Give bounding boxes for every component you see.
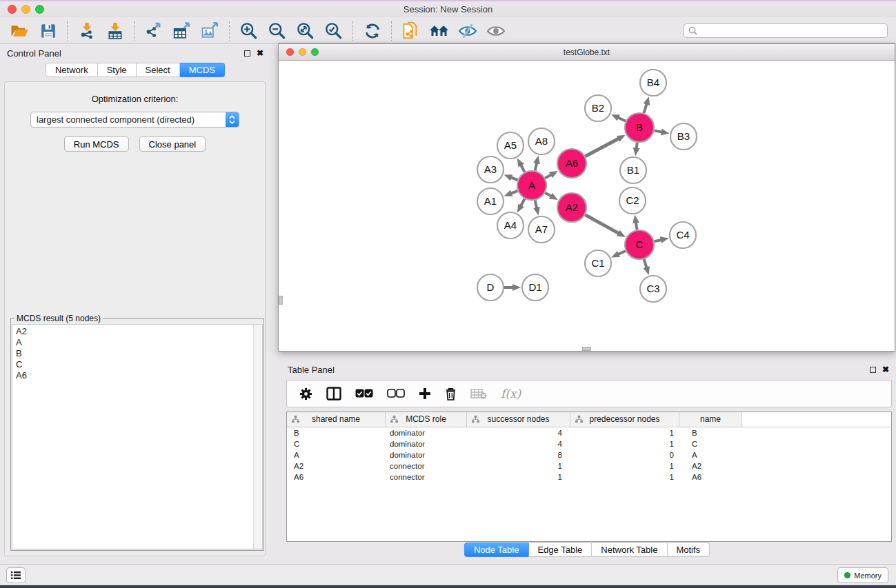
edge-C-C3[interactable] [644, 259, 647, 267]
search-input[interactable] [697, 26, 883, 37]
mcds-result-item[interactable]: B [16, 348, 253, 359]
table-tab-motifs[interactable]: Motifs [667, 543, 710, 557]
edge-C-C1[interactable] [618, 251, 626, 254]
function-builder-button[interactable]: f(x) [501, 387, 521, 401]
node-A4[interactable]: A4 [497, 212, 524, 239]
close-table-panel-icon[interactable]: ✖ [882, 367, 889, 373]
edge-A-A8[interactable] [535, 163, 537, 170]
column-header-MCDS-role[interactable]: MCDS role [386, 412, 467, 427]
delete-table-button[interactable] [470, 388, 487, 399]
run-mcds-button[interactable]: Run MCDS [64, 136, 129, 152]
zoom-selected-button[interactable] [319, 21, 348, 41]
hide-selected-button[interactable] [453, 21, 481, 41]
edge-A2-C[interactable] [585, 215, 619, 234]
refresh-view-button[interactable] [358, 21, 386, 41]
edge-C-C4[interactable] [654, 240, 661, 241]
task-history-button[interactable] [6, 567, 26, 583]
node-A6[interactable]: A6 [557, 149, 586, 178]
network-close-button[interactable] [286, 48, 294, 56]
node-B[interactable]: B [625, 113, 654, 142]
export-image-button[interactable] [196, 21, 224, 41]
select-all-button[interactable] [355, 389, 373, 398]
node-D1[interactable]: D1 [522, 274, 548, 301]
node-C4[interactable]: C4 [670, 222, 696, 248]
node-B1[interactable]: B1 [620, 157, 646, 183]
node-C[interactable]: C [625, 230, 654, 259]
import-table-button[interactable] [101, 21, 129, 41]
delete-columns-button[interactable] [445, 387, 457, 401]
export-table-button[interactable] [168, 21, 196, 41]
mcds-result-item[interactable]: A6 [16, 370, 253, 381]
new-network-from-selection-button[interactable] [397, 21, 425, 41]
zoom-in-button[interactable] [235, 21, 263, 41]
export-network-button[interactable] [139, 21, 168, 41]
tab-select[interactable]: Select [137, 63, 180, 77]
float-panel-icon[interactable] [244, 50, 250, 57]
save-session-button[interactable] [34, 21, 62, 41]
table-row[interactable]: A6connector11A6 [287, 472, 891, 483]
edge-A-A4[interactable] [521, 199, 525, 205]
close-panel-button[interactable]: Close panel [139, 136, 206, 152]
zoom-fit-button[interactable] [291, 21, 319, 41]
node-D[interactable]: D [477, 274, 504, 301]
edge-A-A7[interactable] [535, 200, 537, 207]
node-B3[interactable]: B3 [670, 123, 697, 150]
node-C3[interactable]: C3 [640, 276, 666, 302]
table-row[interactable]: Adominator80A [287, 449, 891, 460]
edge-B-B3[interactable] [655, 130, 662, 132]
tab-network[interactable]: Network [46, 63, 98, 77]
node-A7[interactable]: A7 [528, 216, 555, 243]
open-session-button[interactable] [6, 21, 34, 41]
network-zoom-button[interactable] [311, 48, 319, 56]
show-all-button[interactable] [481, 21, 510, 41]
table-tab-node-table[interactable]: Node Table [464, 543, 529, 557]
table-tab-edge-table[interactable]: Edge Table [528, 543, 592, 557]
node-A8[interactable]: A8 [528, 128, 555, 154]
tab-mcds[interactable]: MCDS [180, 63, 225, 77]
zoom-window-button[interactable] [35, 5, 44, 14]
edge-A-A3[interactable] [511, 177, 518, 180]
node-B2[interactable]: B2 [585, 95, 611, 121]
edge-C-C2[interactable] [636, 223, 637, 230]
mcds-result-item[interactable]: A [16, 337, 253, 348]
edge-B-B1[interactable] [637, 143, 637, 149]
table-row[interactable]: Bdominator41B [287, 427, 891, 438]
edge-B-B4[interactable] [644, 104, 646, 113]
vertical-scroll-thumb[interactable] [279, 296, 283, 305]
import-network-button[interactable] [72, 21, 101, 41]
column-header-shared-name[interactable]: shared name [287, 412, 386, 427]
memory-button[interactable]: Memory [837, 567, 888, 583]
float-table-panel-icon[interactable] [870, 367, 876, 373]
node-A1[interactable]: A1 [477, 188, 504, 214]
close-panel-icon[interactable]: ✖ [257, 50, 263, 57]
table-options-button[interactable] [299, 387, 312, 401]
search-box[interactable] [684, 23, 888, 38]
tab-style[interactable]: Style [98, 63, 137, 77]
table-row[interactable]: A2connector11A2 [287, 460, 891, 472]
optimization-select[interactable]: largest connected component (directed) [30, 112, 239, 128]
first-neighbors-button[interactable] [425, 21, 453, 41]
edge-B-B2[interactable] [618, 118, 626, 121]
edge-A-A6[interactable] [545, 174, 551, 178]
zoom-out-button[interactable] [263, 21, 291, 41]
node-B4[interactable]: B4 [640, 70, 666, 96]
result-scrollbar[interactable] [253, 325, 262, 549]
column-header-successor-nodes[interactable]: successor nodes [467, 412, 570, 427]
column-header-predecessor-nodes[interactable]: predecessor nodes [570, 412, 679, 427]
horizontal-scroll-thumb[interactable] [582, 347, 591, 351]
column-header-name[interactable]: name [679, 412, 742, 427]
table-row[interactable]: Cdominator41C [287, 438, 891, 449]
edge-A-A5[interactable] [521, 165, 525, 172]
node-A2[interactable]: A2 [557, 193, 586, 222]
edge-A-A2[interactable] [545, 193, 551, 196]
node-A3[interactable]: A3 [477, 156, 504, 183]
minimize-window-button[interactable] [21, 5, 30, 14]
mcds-result-item[interactable]: C [16, 359, 253, 370]
deselect-all-button[interactable] [387, 389, 405, 398]
node-A[interactable]: A [517, 171, 546, 200]
network-canvas[interactable]: B4B2BB3A5A8A6A3B1AA1C2A2A4A7C4CC1C3DD1 [279, 61, 895, 351]
table-tab-network-table[interactable]: Network Table [592, 543, 667, 557]
mcds-result-item[interactable]: A2 [16, 326, 253, 337]
network-minimize-button[interactable] [299, 48, 306, 56]
node-C2[interactable]: C2 [619, 187, 646, 214]
